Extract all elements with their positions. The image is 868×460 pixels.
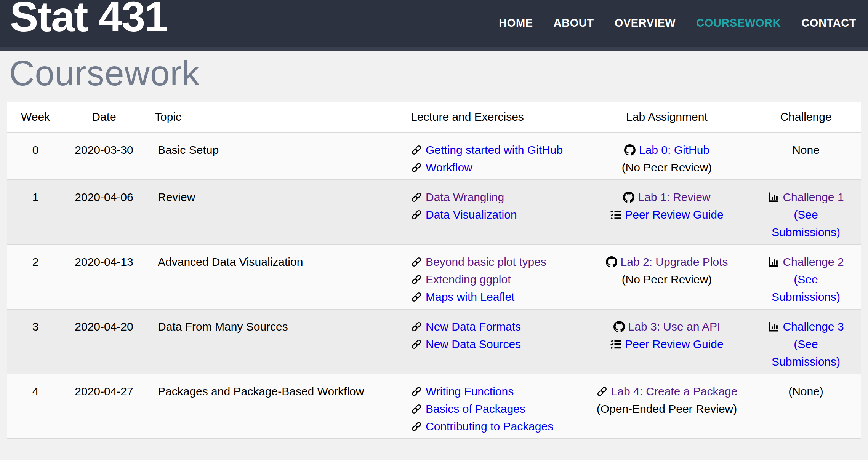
- nav-link-about[interactable]: ABOUT: [554, 17, 594, 29]
- lab-text-no-peer-review: (No Peer Review): [622, 161, 712, 174]
- page-title: Coursework: [0, 51, 868, 91]
- challenge-link-see-submissions[interactable]: (See Submissions): [772, 338, 840, 368]
- lab-text-open-ended-peer-review: (Open-Ended Peer Review): [597, 402, 737, 415]
- lecture-link-maps-with-leaflet[interactable]: Maps with Leaflet: [426, 291, 514, 303]
- link-icon: [411, 321, 422, 332]
- cell-lecture-exercises: Beyond basic plot typesExtending ggplotM…: [400, 244, 583, 309]
- coursework-table: WeekDateTopicLecture and ExercisesLab As…: [7, 102, 861, 439]
- column-header-topic: Topic: [144, 102, 400, 133]
- cell-challenge: Challenge 3 (See Submissions): [751, 309, 861, 374]
- poll-icon: [768, 321, 779, 332]
- column-header-challenge: Challenge: [751, 102, 861, 133]
- lecture-link-getting-started-with-github[interactable]: Getting started with GitHub: [426, 144, 563, 156]
- lab-link-lab-1-review[interactable]: Lab 1: Review: [638, 191, 710, 203]
- nav-link-overview[interactable]: OVERVIEW: [615, 17, 676, 29]
- lecture-link-basics-of-packages[interactable]: Basics of Packages: [426, 402, 525, 415]
- lecture-link-beyond-basic-plot-types[interactable]: Beyond basic plot types: [426, 256, 546, 268]
- lecture-link-new-data-sources[interactable]: New Data Sources: [426, 338, 521, 350]
- lecture-link-data-visualization[interactable]: Data Visualization: [426, 208, 517, 221]
- lab-link-peer-review-guide[interactable]: Peer Review Guide: [625, 208, 723, 221]
- link-icon: [411, 291, 422, 303]
- cell-date: 2020-04-06: [64, 180, 144, 244]
- challenge-link-see-submissions[interactable]: (See Submissions): [772, 208, 840, 238]
- column-header-week: Week: [7, 102, 64, 133]
- link-icon: [411, 403, 422, 415]
- lab-link-lab-2-upgrade-plots[interactable]: Lab 2: Upgrade Plots: [621, 256, 728, 268]
- lab-link-lab-0-github[interactable]: Lab 0: GitHub: [639, 144, 709, 156]
- nav-link-home[interactable]: HOME: [499, 17, 533, 29]
- lab-link-lab-3-use-an-api[interactable]: Lab 3: Use an API: [628, 320, 721, 333]
- challenge-link-challenge-2[interactable]: Challenge 2: [783, 256, 844, 268]
- cell-week: 4: [7, 374, 64, 439]
- link-icon: [411, 256, 422, 268]
- cell-lecture-exercises: Data WranglingData Visualization: [400, 180, 583, 244]
- cell-lecture-exercises: Writing FunctionsBasics of PackagesContr…: [400, 374, 583, 439]
- nav-link-coursework[interactable]: COURSEWORK: [696, 17, 781, 29]
- challenge-link-challenge-3[interactable]: Challenge 3: [783, 320, 844, 333]
- lecture-link-data-wrangling[interactable]: Data Wrangling: [426, 191, 504, 203]
- main-content: Coursework WeekDateTopicLecture and Exer…: [0, 51, 868, 439]
- cell-lecture-exercises: New Data FormatsNew Data Sources: [400, 309, 583, 374]
- lecture-link-workflow[interactable]: Workflow: [426, 161, 472, 174]
- main-nav: HOMEABOUTOVERVIEWCOURSEWORKCONTACT: [499, 17, 856, 29]
- table-row-week-1: 12020-04-06ReviewData WranglingData Visu…: [7, 180, 861, 244]
- link-icon: [411, 274, 422, 285]
- cell-lab-assignment: Lab 2: Upgrade Plots(No Peer Review): [583, 244, 751, 309]
- cell-lab-assignment: Lab 4: Create a Package(Open-Ended Peer …: [583, 374, 751, 439]
- cell-week: 3: [7, 309, 64, 374]
- cell-date: 2020-04-20: [64, 309, 144, 374]
- github-icon: [613, 321, 625, 332]
- cell-lab-assignment: Lab 0: GitHub(No Peer Review): [583, 133, 751, 180]
- column-header-lab-assignment: Lab Assignment: [583, 102, 751, 133]
- cell-week: 2: [7, 244, 64, 309]
- table-row-week-4: 42020-04-27Packages and Package-Based Wo…: [7, 374, 861, 439]
- challenge-text-none: None: [792, 144, 820, 156]
- github-icon: [623, 192, 634, 203]
- cell-challenge: Challenge 2 (See Submissions): [751, 244, 861, 309]
- cell-topic: Review: [144, 180, 400, 244]
- link-icon: [411, 162, 422, 173]
- cell-week: 0: [7, 133, 64, 180]
- lecture-link-new-data-formats[interactable]: New Data Formats: [426, 320, 521, 333]
- site-title: Stat 431: [10, 0, 168, 38]
- table-header-row: WeekDateTopicLecture and ExercisesLab As…: [7, 102, 861, 133]
- cell-lecture-exercises: Getting started with GitHubWorkflow: [400, 133, 583, 180]
- lab-link-lab-4-create-a-package[interactable]: Lab 4: Create a Package: [611, 385, 738, 398]
- github-icon: [606, 256, 617, 268]
- cell-challenge: (None): [751, 374, 861, 439]
- link-icon: [411, 192, 422, 203]
- link-icon: [411, 339, 422, 350]
- link-icon: [411, 386, 422, 397]
- site-header: Stat 431 HOMEABOUTOVERVIEWCOURSEWORKCONT…: [0, 0, 868, 51]
- table-row-week-3: 32020-04-20Data From Many SourcesNew Dat…: [7, 309, 861, 374]
- column-header-lecture-and-exercises: Lecture and Exercises: [400, 102, 583, 133]
- challenge-text-none: (None): [788, 385, 823, 398]
- link-icon: [411, 209, 422, 220]
- lab-link-peer-review-guide[interactable]: Peer Review Guide: [625, 338, 723, 350]
- cell-date: 2020-03-30: [64, 133, 144, 180]
- cell-week: 1: [7, 180, 64, 244]
- lecture-link-extending-ggplot[interactable]: Extending ggplot: [426, 273, 511, 286]
- poll-icon: [768, 192, 779, 203]
- table-row-week-0: 02020-03-30Basic SetupGetting started wi…: [7, 133, 861, 180]
- link-icon: [596, 386, 608, 397]
- cell-topic: Basic Setup: [144, 133, 400, 180]
- lecture-link-writing-functions[interactable]: Writing Functions: [426, 385, 514, 398]
- link-icon: [411, 421, 422, 432]
- cell-challenge: None: [751, 133, 861, 180]
- lab-text-no-peer-review: (No Peer Review): [622, 273, 712, 286]
- github-icon: [624, 144, 636, 156]
- challenge-link-see-submissions[interactable]: (See Submissions): [772, 273, 840, 303]
- cell-topic: Data From Many Sources: [144, 309, 400, 374]
- table-row-week-2: 22020-04-13Advanced Data VisualizationBe…: [7, 244, 861, 309]
- cell-date: 2020-04-13: [64, 244, 144, 309]
- cell-lab-assignment: Lab 1: ReviewPeer Review Guide: [583, 180, 751, 244]
- lecture-link-contributing-to-packages[interactable]: Contributing to Packages: [426, 420, 553, 433]
- column-header-date: Date: [64, 102, 144, 133]
- link-icon: [411, 144, 422, 156]
- cell-challenge: Challenge 1 (See Submissions): [751, 180, 861, 244]
- challenge-link-challenge-1[interactable]: Challenge 1: [783, 191, 844, 203]
- tasks-icon: [610, 339, 621, 350]
- nav-link-contact[interactable]: CONTACT: [801, 17, 856, 29]
- cell-topic: Packages and Package-Based Workflow: [144, 374, 400, 439]
